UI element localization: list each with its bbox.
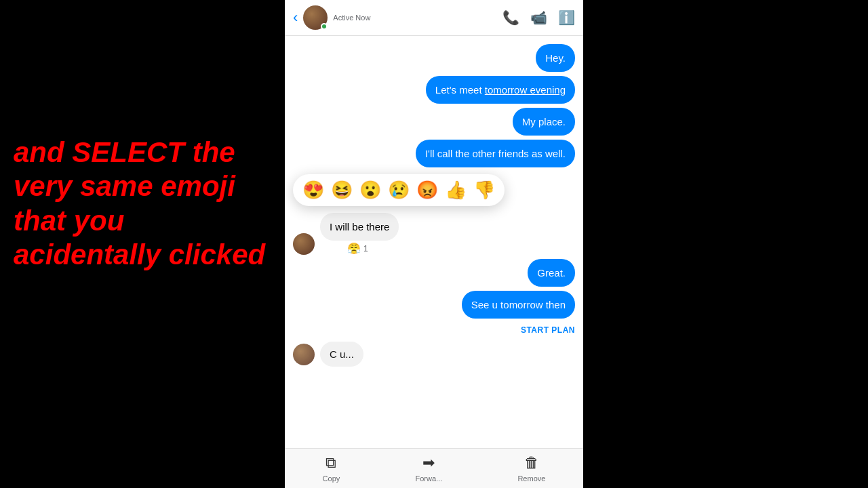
received-avatar (293, 233, 315, 255)
emoji-angry[interactable]: 😡 (416, 180, 438, 201)
copy-icon: ⧉ (326, 454, 336, 472)
emoji-popup: 😍 😆 😮 😢 😡 👍 👎 (293, 174, 505, 206)
remove-action[interactable]: 🗑 Remove (517, 454, 545, 483)
emoji-surprised[interactable]: 😮 (359, 180, 381, 201)
overlay-line-1: and SELECT the (14, 136, 271, 169)
call-icon[interactable]: 📞 (502, 9, 519, 26)
chat-area: Hey. Let's meet tomorrow evening My plac… (285, 36, 583, 448)
forward-action[interactable]: ➡ Forwa... (415, 454, 442, 483)
forward-label: Forwa... (415, 474, 442, 483)
trash-icon: 🗑 (524, 454, 539, 472)
emoji-thumbs-up[interactable]: 👍 (445, 180, 467, 201)
video-icon[interactable]: 📹 (530, 9, 547, 26)
phone-frame: ‹ Active Now 📞 📹 ℹ️ Hey. Let's meet tomo… (285, 0, 583, 488)
partial-avatar (293, 344, 315, 365)
overlay-line-4: acidentally clicked (14, 238, 271, 272)
message-4: I'll call the other friends as well. (416, 140, 575, 167)
emoji-thumbs-down[interactable]: 👎 (473, 180, 495, 201)
reaction-emoji: 😤 (347, 242, 361, 255)
emoji-grinning[interactable]: 😆 (331, 180, 353, 201)
copy-label: Copy (323, 474, 340, 483)
message-5-content: I will be there 😤 1 (320, 213, 399, 255)
emoji-sad[interactable]: 😢 (388, 180, 410, 201)
start-plan-label[interactable]: START PLAN (293, 323, 575, 338)
active-dot (321, 23, 328, 30)
copy-action[interactable]: ⧉ Copy (323, 454, 340, 483)
overlay-line-2: very same emoji (14, 169, 271, 203)
overlay-text: and SELECT the very same emoji that you … (14, 136, 271, 272)
partial-message-row: C u... (293, 342, 575, 367)
top-bar-right: 📞 📹 ℹ️ (502, 9, 575, 26)
top-bar: ‹ Active Now 📞 📹 ℹ️ (285, 0, 583, 36)
back-button[interactable]: ‹ (293, 9, 298, 26)
tomorrow-evening-link: tomorrow evening (485, 84, 566, 96)
message-3: My place. (513, 108, 575, 136)
reaction-count: 1 (363, 244, 368, 253)
emoji-heart-eyes[interactable]: 😍 (302, 180, 324, 201)
forward-icon: ➡ (422, 454, 435, 472)
active-status: Active Now (333, 14, 370, 22)
overlay-line-3: that you (14, 204, 271, 238)
info-icon[interactable]: ℹ️ (558, 9, 575, 26)
message-6: Great. (528, 259, 575, 287)
avatar-container (303, 5, 328, 30)
message-7: See u tomorrow then (462, 291, 575, 319)
reaction-bar: 😤 1 (347, 242, 399, 255)
top-bar-left: ‹ Active Now (293, 5, 370, 30)
message-2: Let's meet tomorrow evening (426, 76, 575, 104)
message-5: I will be there (320, 213, 399, 241)
message-1: Hey. (536, 44, 575, 72)
message-5-row: I will be there 😤 1 (293, 213, 575, 255)
bottom-bar: ⧉ Copy ➡ Forwa... 🗑 Remove (285, 448, 583, 488)
remove-label: Remove (517, 474, 545, 483)
partial-message: C u... (320, 342, 363, 367)
